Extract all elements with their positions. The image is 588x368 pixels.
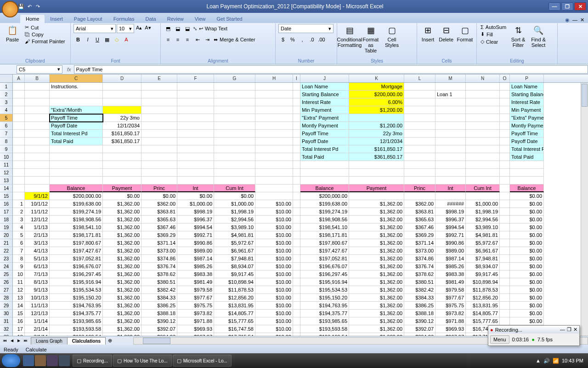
align-left-icon[interactable]: ≡ (164, 35, 173, 44)
cell[interactable] (510, 161, 544, 169)
cell[interactable] (500, 138, 510, 145)
cell[interactable]: Min Payment (510, 106, 544, 114)
cell[interactable] (25, 161, 50, 169)
cell[interactable] (349, 114, 404, 122)
cell[interactable]: Payoff Time (300, 130, 349, 138)
cell[interactable] (214, 114, 255, 122)
cell[interactable]: $0.00 (510, 317, 544, 325)
paste-button[interactable]: 📋Paste (3, 24, 22, 43)
cell[interactable] (177, 138, 214, 145)
row-header[interactable]: 19 (0, 224, 13, 231)
row-header[interactable]: 23 (0, 255, 13, 263)
row-header[interactable]: 32 (0, 325, 13, 333)
cell[interactable]: $1,362.00 (103, 325, 141, 333)
cell[interactable] (214, 83, 255, 91)
cell[interactable]: 5/1/13 (25, 255, 50, 263)
tray-icon[interactable]: 📶 (553, 358, 559, 364)
cell[interactable]: $199,274.19 (300, 208, 349, 216)
cell[interactable]: $388.18 (404, 310, 435, 317)
cell[interactable]: $0.00 (510, 239, 544, 247)
row-header[interactable]: 31 (0, 317, 13, 325)
cell[interactable] (466, 114, 500, 122)
cell[interactable]: $1,362.00 (349, 231, 404, 239)
max-icon[interactable]: ❐ (567, 327, 571, 333)
cell[interactable]: $994.54 (435, 224, 466, 231)
cell[interactable] (500, 98, 510, 106)
cell[interactable]: $1,362.00 (103, 302, 141, 310)
cell[interactable]: $369.29 (404, 231, 435, 239)
cell[interactable]: $0.00 (510, 270, 544, 278)
cell[interactable]: Interest Rate (510, 98, 544, 106)
row-header[interactable]: 8 (0, 138, 13, 145)
cell[interactable]: $6,961.67 (214, 247, 255, 255)
col-header-B[interactable]: B (25, 75, 50, 82)
cell[interactable]: $194,763.95 (300, 302, 349, 310)
cell[interactable]: $10.00 (255, 286, 293, 294)
cell[interactable]: $973.82 (435, 310, 466, 317)
cell[interactable]: Cum Int (214, 184, 255, 192)
cell[interactable]: $365.63 (404, 216, 435, 224)
cell[interactable]: Instructions. (50, 83, 103, 91)
cell[interactable] (50, 91, 103, 98)
cell[interactable] (466, 153, 500, 161)
cell[interactable] (349, 192, 404, 200)
cell[interactable]: 9 (13, 263, 25, 270)
cell[interactable]: $388.18 (141, 310, 177, 317)
cell[interactable]: $969.93 (435, 325, 466, 333)
cell[interactable] (466, 192, 500, 200)
cell[interactable] (214, 153, 255, 161)
cell[interactable] (500, 114, 510, 122)
start-button[interactable] (2, 354, 20, 367)
cell[interactable] (435, 192, 466, 200)
cell[interactable] (404, 130, 435, 138)
cell[interactable]: 12/1/2034 (103, 122, 141, 130)
cell[interactable] (500, 255, 510, 263)
cell[interactable]: 8/1/13 (25, 278, 50, 286)
close-button[interactable]: ✕ (574, 2, 586, 11)
cell[interactable] (177, 161, 214, 169)
cell[interactable]: $7,948.81 (466, 255, 500, 263)
cell[interactable]: $198,541.10 (50, 224, 103, 231)
tab-page-layout[interactable]: Page Layout (68, 15, 108, 23)
cell[interactable]: Payoff Time (510, 130, 544, 138)
cell[interactable] (435, 145, 466, 153)
cell[interactable] (25, 114, 50, 122)
cell[interactable]: 3/1/14 (25, 333, 50, 336)
cell[interactable]: $973.82 (177, 310, 214, 317)
cell[interactable]: $386.25 (404, 302, 435, 310)
cell[interactable]: $161,850.17 (103, 130, 141, 138)
row-header[interactable]: 27 (0, 286, 13, 294)
cell[interactable]: $194,375.77 (300, 310, 349, 317)
cell[interactable]: Loan Name (510, 83, 544, 91)
cell[interactable]: $1,000.00 (177, 200, 214, 208)
cell[interactable]: Loan 1 (435, 91, 466, 98)
cell[interactable] (214, 91, 255, 98)
cell[interactable] (214, 145, 255, 153)
cell[interactable] (435, 83, 466, 91)
cell[interactable] (500, 192, 510, 200)
cell[interactable]: $10.00 (255, 239, 293, 247)
row-header[interactable]: 16 (0, 200, 13, 208)
cell[interactable] (293, 192, 300, 200)
row-header[interactable]: 14 (0, 184, 13, 192)
cell[interactable] (404, 138, 435, 145)
cell[interactable]: Princ (141, 184, 177, 192)
cell[interactable]: $199,638.00 (300, 200, 349, 208)
cell[interactable] (500, 177, 510, 184)
new-sheet-icon[interactable]: ⊕ (105, 338, 115, 344)
minimize-button[interactable]: — (548, 2, 560, 11)
cell[interactable]: $977.67 (435, 294, 466, 302)
format-button[interactable]: ▢Format (456, 24, 474, 43)
cell[interactable]: $386.25 (141, 302, 177, 310)
cell[interactable] (103, 91, 141, 98)
cell[interactable]: $362.00 (141, 200, 177, 208)
cell[interactable]: $1,362.00 (103, 286, 141, 294)
cell[interactable] (255, 98, 293, 106)
merge-center-button[interactable]: ⬌Merge & Center (213, 36, 256, 43)
cell[interactable]: 1/1/14 (25, 317, 50, 325)
cell[interactable]: $362.00 (404, 200, 435, 208)
col-header-H[interactable]: H (255, 75, 293, 82)
col-header-I[interactable]: I (293, 75, 300, 82)
cell[interactable]: $361,850.17 (103, 138, 141, 145)
cell[interactable] (500, 302, 510, 310)
